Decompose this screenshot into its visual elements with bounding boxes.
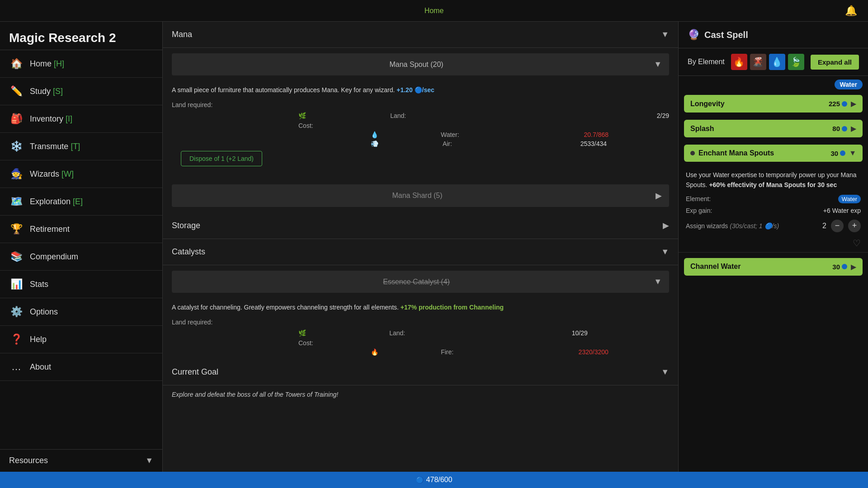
channel-water-spell-cost: 30 [832, 263, 847, 271]
mana-shard-name: Mana Shard (5) [179, 192, 656, 200]
nature-element-icon[interactable]: 🍃 [788, 54, 804, 70]
assign-label: Assign wizards (30s/cast; 1 🔵/s) [686, 222, 818, 230]
sidebar-footer: Resources ▼ [0, 449, 162, 472]
compendium-label: Compendium [30, 252, 78, 262]
longevity-spell-cost: 225 [829, 100, 847, 108]
inventory-icon: 🎒 [9, 112, 24, 126]
longevity-chevron[interactable]: ▶ [851, 99, 856, 108]
essence-catalyst-description: A catalyst for channeling. Greatly empow… [163, 298, 678, 317]
enchant-mana-spouts-item[interactable]: Enchant Mana Spouts 30 ▼ [684, 145, 863, 162]
home-label: Home [H] [30, 59, 64, 69]
exploration-shortcut: [E] [73, 197, 83, 206]
favorite-icon[interactable]: ♡ [853, 238, 861, 249]
mana-chevron[interactable]: ▼ [661, 30, 669, 39]
current-goal-title: Current Goal [172, 367, 218, 377]
longevity-spell-item[interactable]: Longevity 225 ▶ [684, 95, 863, 113]
study-label: Study [S] [30, 87, 63, 96]
retirement-icon: 🏆 [9, 222, 24, 236]
storage-section-header[interactable]: Storage ▶ [163, 212, 678, 239]
sidebar-item-wizards[interactable]: 🧙 Wizards [W] [0, 160, 162, 188]
options-label: Options [30, 307, 58, 317]
mana-shard-row[interactable]: Mana Shard (5) ▶ [172, 184, 669, 207]
about-label: About [30, 362, 51, 372]
assign-count: 2 [822, 222, 826, 230]
bell-icon[interactable]: 🔔 [845, 5, 857, 17]
mana-section-header[interactable]: Mana ▼ [163, 22, 678, 48]
sidebar-item-study[interactable]: ✏️ Study [S] [0, 78, 162, 105]
land-label-right: Land: [390, 112, 488, 119]
catalysts-chevron[interactable]: ▼ [661, 247, 669, 257]
longevity-cost-number: 225 [829, 100, 840, 108]
sidebar-item-home[interactable]: 🏠 Home [H] [0, 50, 162, 78]
sidebar-item-compendium[interactable]: 📚 Compendium [0, 243, 162, 271]
assign-decrement-button[interactable]: − [831, 220, 844, 232]
enchant-bold-desc: +60% effectivity of Mana Spouts for 30 s… [709, 181, 837, 188]
bottom-mana-value: 478/600 [426, 476, 453, 484]
essence-catalyst-chevron[interactable]: ▼ [654, 277, 662, 286]
wizards-label: Wizards [W] [30, 169, 74, 179]
mana-shard-chevron[interactable]: ▶ [656, 191, 662, 201]
channel-water-spell-item[interactable]: Channel Water 30 ▶ [684, 258, 863, 276]
air-value: 2533/434 [580, 140, 669, 147]
earth-element-icon[interactable]: 🌋 [750, 54, 766, 70]
sidebar-item-stats[interactable]: 📊 Stats [0, 271, 162, 298]
longevity-mana-dot [842, 101, 847, 107]
wizards-icon: 🧙 [9, 167, 24, 181]
exploration-label: Exploration [E] [30, 197, 83, 206]
sidebar-item-options[interactable]: ⚙️ Options [0, 298, 162, 326]
enchant-dot [690, 151, 695, 155]
compendium-icon: 📚 [9, 249, 24, 264]
current-goal-section-header[interactable]: Current Goal ▼ [163, 359, 678, 385]
catalysts-section-header[interactable]: Catalysts ▼ [163, 239, 678, 265]
splash-spell-name: Splash [690, 125, 829, 133]
catalysts-section-title: Catalysts [172, 247, 205, 257]
exp-gain-label: Exp gain: [686, 207, 712, 214]
retirement-label: Retirement [30, 225, 70, 234]
sidebar-resources-toggle[interactable]: Resources ▼ [0, 450, 162, 472]
mana-spout-row[interactable]: Mana Spout (20) ▼ [172, 53, 669, 75]
water-filter-badge[interactable]: Water [835, 80, 863, 89]
element-label: Element: [686, 195, 711, 202]
sidebar-item-about[interactable]: … About [0, 353, 162, 381]
by-element-label: By Element [688, 58, 725, 66]
channel-water-chevron[interactable]: ▶ [851, 263, 856, 271]
splash-mana-dot [842, 126, 847, 131]
assign-note: (30s/cast; 1 🔵/s) [730, 222, 779, 230]
mana-spout-chevron[interactable]: ▼ [654, 60, 662, 69]
fire-icon: 🔥 [371, 348, 439, 356]
current-goal-chevron[interactable]: ▼ [661, 367, 669, 377]
sidebar-item-help[interactable]: ❓ Help [0, 326, 162, 353]
air-icon: 💨 [371, 140, 441, 147]
top-bar: Home 🔔 [0, 0, 868, 22]
splash-cost-number: 80 [832, 125, 840, 132]
top-bar-title: Home [425, 7, 444, 15]
sidebar-item-retirement[interactable]: 🏆 Retirement [0, 216, 162, 243]
longevity-spell-name: Longevity [690, 100, 825, 108]
enchant-chevron[interactable]: ▼ [849, 149, 856, 157]
essence-catalyst-row[interactable]: Essence Catalyst (4) ▼ [172, 271, 669, 293]
enchant-detail: Use your Water expertise to temporarily … [679, 165, 868, 193]
channel-water-spell-name: Channel Water [690, 263, 829, 271]
catalyst-cost-label: Cost: [298, 339, 313, 347]
assign-increment-button[interactable]: + [848, 220, 861, 232]
mana-section-title: Mana [172, 30, 192, 39]
inventory-label: Inventory [I] [30, 114, 72, 124]
sidebar-item-inventory[interactable]: 🎒 Inventory [I] [0, 105, 162, 133]
element-badge: Water [838, 195, 861, 203]
dispose-button[interactable]: Dispose of 1 (+2 Land) [181, 151, 262, 166]
by-element-bar: By Element 🔥 🌋 💧 🍃 Expand all [679, 48, 868, 76]
cost-label: Cost: [298, 122, 401, 129]
element-icons: 🔥 🌋 💧 🍃 [731, 54, 804, 70]
current-goal-text: Explore and defeat the boss of all of th… [163, 385, 678, 404]
expand-all-button[interactable]: Expand all [811, 55, 859, 70]
sidebar-item-transmute[interactable]: ❄️ Transmute [T] [0, 133, 162, 160]
sidebar-item-exploration[interactable]: 🗺️ Exploration [E] [0, 188, 162, 216]
study-icon: ✏️ [9, 84, 24, 99]
storage-chevron[interactable]: ▶ [663, 221, 669, 230]
enchant-cost-number: 30 [830, 150, 838, 157]
splash-chevron[interactable]: ▶ [851, 124, 856, 133]
splash-spell-item[interactable]: Splash 80 ▶ [684, 120, 863, 137]
fire-element-icon[interactable]: 🔥 [731, 54, 747, 70]
water-element-icon[interactable]: 💧 [769, 54, 785, 70]
assign-row: Assign wizards (30s/cast; 1 🔵/s) 2 − + [679, 216, 868, 236]
